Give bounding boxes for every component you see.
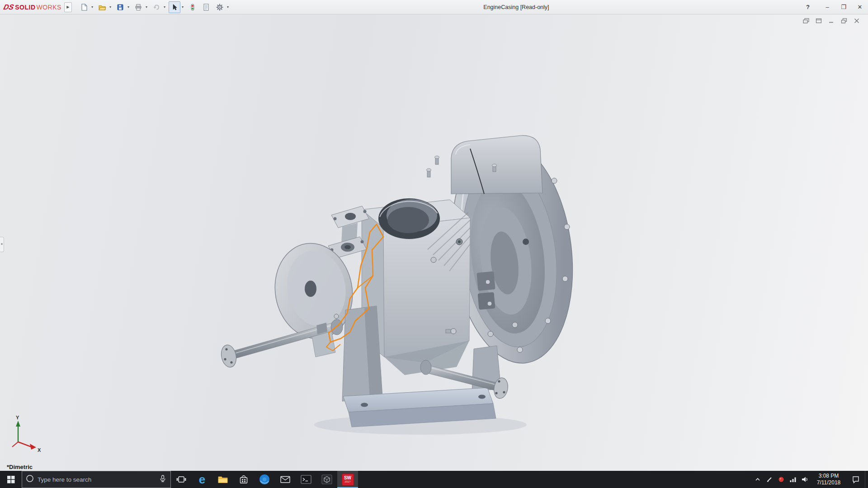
clock-time: 3:08 PM bbox=[819, 473, 839, 479]
save-icon bbox=[116, 3, 124, 11]
graphics-area[interactable]: Y X *Dimetric bbox=[0, 14, 868, 471]
doc-window-button[interactable] bbox=[814, 17, 824, 24]
file-explorer-button[interactable] bbox=[212, 471, 233, 488]
mail-button[interactable] bbox=[275, 471, 296, 488]
pen-tray-button[interactable] bbox=[764, 471, 775, 488]
orientation-triad: Y X bbox=[5, 414, 45, 455]
mail-icon bbox=[280, 475, 291, 483]
brand-solid: SOLID bbox=[15, 4, 35, 11]
file-properties-icon bbox=[202, 3, 210, 11]
options-button[interactable] bbox=[214, 1, 226, 13]
toolbar-flyout-button[interactable]: ▶ bbox=[64, 2, 72, 12]
undo-caret[interactable]: ▾ bbox=[162, 5, 167, 9]
edge-app-button[interactable]: e bbox=[192, 471, 212, 488]
select-caret[interactable]: ▾ bbox=[180, 5, 185, 9]
undo-button[interactable] bbox=[151, 1, 162, 13]
engine-casing-model[interactable] bbox=[0, 14, 868, 471]
maximize-button[interactable]: ❐ bbox=[835, 0, 852, 14]
rebuild-icon bbox=[189, 3, 197, 11]
new-document-button[interactable] bbox=[78, 1, 90, 13]
undo-icon bbox=[152, 3, 160, 11]
print-button[interactable] bbox=[132, 1, 144, 13]
search-input[interactable] bbox=[38, 476, 155, 483]
network-icon bbox=[789, 476, 797, 483]
open-icon bbox=[98, 3, 106, 11]
red-status-tray-button[interactable] bbox=[775, 471, 787, 488]
start-button[interactable] bbox=[0, 471, 22, 488]
sw-badge-label: SW bbox=[344, 476, 351, 480]
select-button[interactable] bbox=[169, 1, 180, 13]
task-view-button[interactable] bbox=[171, 471, 192, 488]
file-properties-button[interactable] bbox=[200, 1, 212, 13]
y-axis-arrow bbox=[16, 421, 20, 427]
doc-minimize-icon bbox=[828, 18, 835, 23]
quick-access-toolbar: ▾ ▾ ▾ ▾ ▾ ▾ bbox=[78, 1, 231, 13]
document-window-controls bbox=[801, 17, 862, 24]
y-axis-label: Y bbox=[16, 415, 19, 420]
cortana-circle-icon bbox=[26, 474, 34, 484]
new-document-caret[interactable]: ▾ bbox=[90, 5, 94, 9]
close-button[interactable]: ✕ bbox=[852, 0, 868, 14]
red-status-icon bbox=[778, 476, 785, 483]
store-icon bbox=[239, 474, 249, 484]
volume-tray-button[interactable] bbox=[799, 471, 811, 488]
action-center-button[interactable] bbox=[847, 471, 865, 488]
options-caret[interactable]: ▾ bbox=[226, 5, 230, 9]
print-caret[interactable]: ▾ bbox=[144, 5, 149, 9]
print-icon bbox=[134, 3, 142, 11]
action-center-icon bbox=[852, 475, 860, 483]
x-axis-arrow bbox=[30, 444, 36, 450]
doc-close-icon bbox=[854, 18, 860, 23]
volume-icon bbox=[801, 476, 809, 483]
brand-works: WORKS bbox=[37, 4, 61, 11]
show-desktop-button[interactable] bbox=[865, 471, 868, 488]
sw-badge-year: 2017 bbox=[344, 480, 350, 483]
z-axis-stub bbox=[12, 442, 18, 447]
taskbar-clock[interactable]: 3:08 PM 7/11/2018 bbox=[811, 471, 847, 488]
solidworks-logo: DS SOLID WORKS bbox=[4, 3, 61, 11]
tray-caret-icon bbox=[754, 476, 761, 483]
save-button[interactable] bbox=[114, 1, 126, 13]
taskbar-search[interactable] bbox=[22, 471, 171, 488]
doc-minimize-button[interactable] bbox=[826, 17, 836, 24]
save-caret[interactable]: ▾ bbox=[126, 5, 131, 9]
round-blue-app-button[interactable] bbox=[254, 471, 275, 488]
doc-close-button[interactable] bbox=[852, 17, 862, 24]
terminal-icon bbox=[301, 475, 311, 484]
system-tray: 3:08 PM 7/11/2018 bbox=[752, 471, 868, 488]
store-button[interactable] bbox=[233, 471, 254, 488]
file-explorer-icon bbox=[217, 475, 228, 484]
doc-cascade-button[interactable] bbox=[801, 17, 811, 24]
microphone-icon[interactable] bbox=[159, 474, 167, 484]
doc-restore-icon bbox=[841, 18, 847, 23]
doc-cascade-icon bbox=[803, 18, 809, 23]
round-blue-app-icon bbox=[259, 474, 270, 485]
rebuild-button[interactable] bbox=[187, 1, 198, 13]
view-orientation-label: *Dimetric bbox=[7, 464, 33, 470]
doc-restore-button[interactable] bbox=[839, 17, 849, 24]
x-axis-label: X bbox=[38, 447, 41, 453]
edge-icon: e bbox=[199, 474, 205, 485]
taskbar: e SW 2017 bbox=[0, 471, 868, 488]
open-caret[interactable]: ▾ bbox=[108, 5, 113, 9]
hidden-icons-button[interactable] bbox=[752, 471, 764, 488]
network-tray-button[interactable] bbox=[787, 471, 799, 488]
pen-icon bbox=[766, 476, 773, 483]
open-button[interactable] bbox=[96, 1, 108, 13]
cad-app-button[interactable] bbox=[316, 471, 337, 488]
options-gear-icon bbox=[216, 3, 224, 11]
minimize-button[interactable]: – bbox=[819, 0, 835, 14]
solidworks-app-icon: SW 2017 bbox=[342, 474, 354, 486]
cad-app-icon bbox=[321, 474, 332, 484]
document-title: EngineCasing [Read-only] bbox=[231, 4, 801, 10]
doc-window-icon bbox=[816, 18, 822, 23]
task-view-icon bbox=[176, 475, 187, 484]
help-button[interactable]: ? bbox=[801, 0, 815, 14]
collapsed-panel-tab[interactable] bbox=[0, 237, 4, 252]
titlebar: DS SOLID WORKS ▶ ▾ ▾ ▾ ▾ ▾ bbox=[0, 0, 868, 14]
clock-date: 7/11/2018 bbox=[817, 479, 841, 486]
solidworks-app-button[interactable]: SW 2017 bbox=[337, 471, 358, 488]
new-document-icon bbox=[80, 3, 88, 11]
window-controls: ? – ❐ ✕ bbox=[801, 0, 868, 14]
terminal-button[interactable] bbox=[296, 471, 316, 488]
